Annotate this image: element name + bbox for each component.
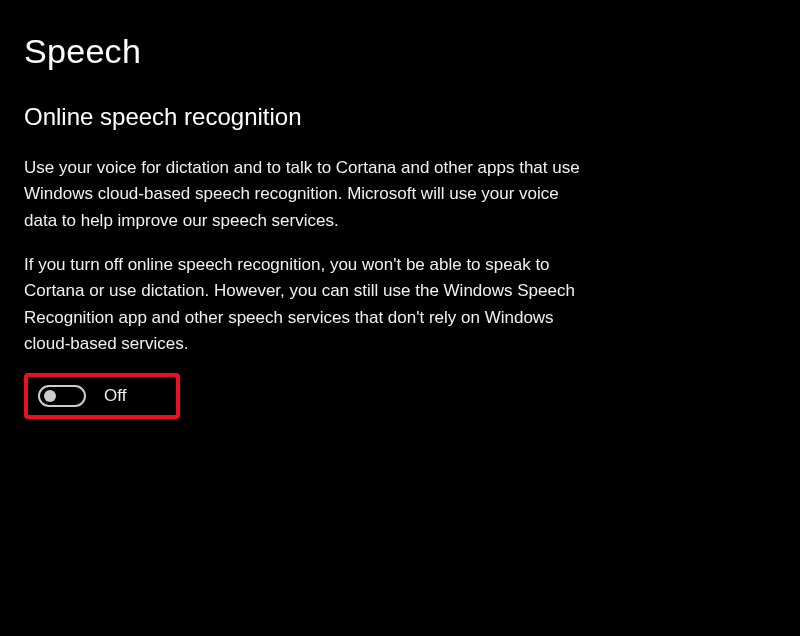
section-title: Online speech recognition: [24, 103, 776, 131]
page-title: Speech: [24, 32, 776, 71]
online-speech-recognition-toggle[interactable]: [38, 385, 86, 407]
description-text-1: Use your voice for dictation and to talk…: [24, 155, 584, 234]
annotation-highlight: Off: [24, 373, 180, 419]
description-text-2: If you turn off online speech recognitio…: [24, 252, 584, 357]
toggle-state-label: Off: [104, 386, 126, 406]
toggle-knob-icon: [44, 390, 56, 402]
